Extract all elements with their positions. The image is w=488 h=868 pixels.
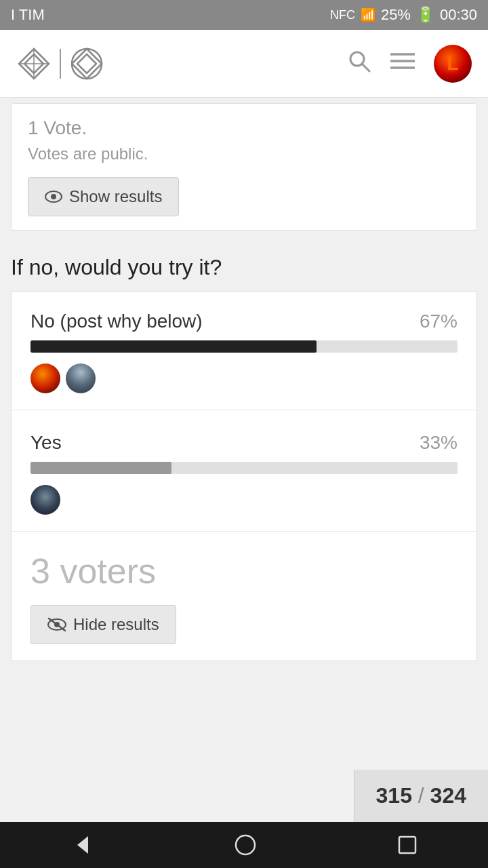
pagination-current: 315 <box>376 783 412 808</box>
hide-results-label: Hide results <box>73 615 159 634</box>
option-yes-voters <box>30 485 458 515</box>
option-no-progress <box>30 340 458 353</box>
votes-public-label: Votes are public. <box>28 144 460 163</box>
poll-card-top: 1 Vote. Votes are public. Show results <box>11 103 477 231</box>
option-yes-percent: 33% <box>420 432 458 454</box>
svg-rect-19 <box>399 837 415 853</box>
recent-apps-button[interactable] <box>397 835 418 855</box>
option-yes-progress <box>30 462 458 474</box>
pagination-bar: 315 / 324 <box>354 770 488 822</box>
signal-icon: 📶 <box>361 7 375 22</box>
voters-number: 3 <box>30 551 50 591</box>
search-icon[interactable] <box>347 49 371 79</box>
svg-marker-6 <box>77 54 96 73</box>
voter-avatar-band <box>30 485 60 515</box>
eye-slash-icon <box>47 617 66 632</box>
battery-text: 25% <box>381 6 411 24</box>
hide-results-button[interactable]: Hide results <box>30 605 176 644</box>
lp-circle-logo <box>69 46 104 81</box>
options-divider <box>12 410 476 410</box>
status-left: I TIM <box>11 6 45 24</box>
logo-separator <box>60 49 61 79</box>
question-text: If no, would you try it? <box>0 236 488 291</box>
carrier-text: I TIM <box>11 6 45 24</box>
lp-diamond-logo <box>16 46 52 81</box>
time-text: 00:30 <box>440 6 477 24</box>
svg-line-8 <box>362 64 369 71</box>
pagination-total: 324 <box>430 783 466 808</box>
show-results-button[interactable]: Show results <box>28 177 179 216</box>
option-no-label: No (post why below) <box>30 311 203 332</box>
poll-results-card: No (post why below) 67% Yes 33% 3 voters <box>11 291 477 661</box>
option-yes-label: Yes <box>30 432 62 454</box>
poll-option-yes: Yes 33% <box>12 413 476 528</box>
avatar-letter: L <box>447 53 458 75</box>
option-no-percent: 67% <box>420 311 458 332</box>
option-no-header: No (post why below) 67% <box>30 311 458 332</box>
voter-avatar-fire <box>30 363 60 393</box>
header-icons: L <box>347 45 472 83</box>
header: L <box>0 30 488 98</box>
option-yes-fill <box>30 462 171 474</box>
option-yes-header: Yes 33% <box>30 432 458 454</box>
nfc-indicator: NFC <box>330 8 355 22</box>
eye-icon <box>45 188 62 205</box>
status-bar: I TIM NFC 📶 25% 🔋 00:30 <box>0 0 488 30</box>
navigation-bar <box>0 822 488 868</box>
svg-marker-17 <box>77 836 88 854</box>
poll-option-no: No (post why below) 67% <box>12 292 476 407</box>
voters-label: voters <box>60 551 156 591</box>
pagination-separator: / <box>418 783 430 808</box>
option-no-voters <box>30 363 458 393</box>
footer-divider <box>12 531 476 532</box>
voters-footer: 3 voters Hide results <box>12 534 476 660</box>
voters-count-text: 3 voters <box>30 551 458 591</box>
user-avatar[interactable]: L <box>434 45 472 83</box>
back-button[interactable] <box>70 833 94 856</box>
show-results-label: Show results <box>69 187 162 206</box>
option-no-fill <box>30 340 317 353</box>
battery-icon: 🔋 <box>416 6 434 24</box>
poll-title-partial: 1 Vote. <box>28 117 460 139</box>
status-right: NFC 📶 25% 🔋 00:30 <box>330 6 477 24</box>
voter-avatar-mountain <box>66 363 96 393</box>
home-button[interactable] <box>234 833 257 856</box>
svg-point-18 <box>236 835 255 854</box>
menu-icon[interactable] <box>390 51 415 76</box>
svg-point-13 <box>51 194 56 199</box>
logo-container[interactable] <box>16 46 104 81</box>
